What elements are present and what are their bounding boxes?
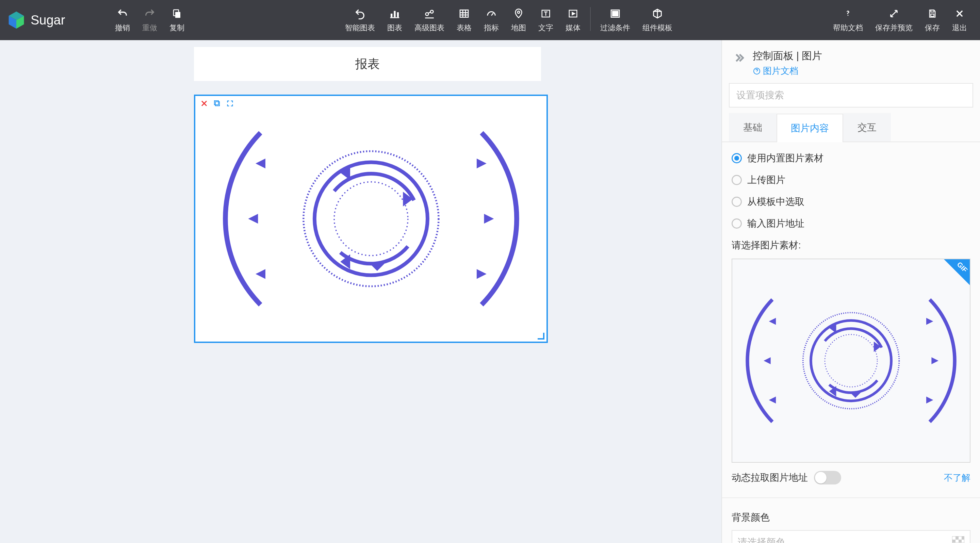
indicator-button[interactable]: 指标 — [478, 7, 505, 33]
radio-url[interactable]: 输入图片地址 — [732, 217, 970, 230]
svg-marker-40 — [926, 318, 933, 325]
text-button[interactable]: 文字 — [532, 7, 559, 33]
svg-rect-19 — [931, 10, 934, 12]
bg-color-input[interactable]: 请选择颜色 — [732, 530, 970, 543]
adv-chart-icon — [423, 7, 436, 20]
text-icon — [539, 7, 552, 20]
undo-icon — [116, 7, 129, 20]
selected-image-component[interactable] — [194, 95, 548, 343]
collapse-panel-button[interactable] — [732, 50, 746, 65]
gif-badge: GIF — [944, 259, 970, 285]
component-template-button[interactable]: 组件模板 — [636, 7, 679, 33]
filter-button[interactable]: 过滤条件 — [594, 7, 636, 33]
svg-marker-28 — [476, 269, 486, 279]
radio-builtin[interactable]: 使用内置图片素材 — [732, 152, 970, 165]
preview-image — [742, 267, 960, 454]
top-toolbar: Sugar 撤销 重做 复制 智能图表 图表 高级图表 — [0, 0, 980, 40]
tab-interact[interactable]: 交互 — [843, 113, 891, 141]
bar-chart-icon — [388, 7, 401, 20]
panel-tabs: 基础 图片内容 交互 — [722, 113, 980, 142]
redo-button[interactable]: 重做 — [136, 7, 163, 33]
panel-divider — [722, 497, 980, 498]
svg-rect-21 — [215, 102, 220, 106]
svg-marker-27 — [484, 214, 494, 224]
svg-point-43 — [803, 313, 899, 409]
save-preview-button[interactable]: 保存并预览 — [869, 7, 919, 33]
dynamic-url-switch[interactable] — [814, 471, 841, 484]
svg-point-9 — [426, 13, 429, 15]
filter-icon — [609, 7, 622, 20]
expand-icon — [888, 7, 900, 20]
gauge-icon — [485, 7, 498, 20]
svg-rect-7 — [397, 12, 399, 17]
radio-icon — [732, 153, 742, 163]
svg-marker-26 — [476, 159, 486, 168]
svg-rect-11 — [460, 10, 468, 17]
color-swatch-icon — [952, 536, 964, 543]
toolbar-divider — [590, 7, 591, 31]
radio-template[interactable]: 从模板中选取 — [732, 195, 970, 208]
dynamic-url-row: 动态拉取图片地址 不了解 — [732, 471, 970, 484]
svg-point-45 — [825, 335, 877, 387]
panel-title: 控制面板 | 图片 — [753, 49, 822, 63]
delete-icon[interactable] — [199, 98, 209, 108]
svg-rect-8 — [390, 17, 399, 18]
selection-toolbar — [199, 98, 235, 108]
material-preview[interactable]: GIF — [732, 259, 970, 463]
radio-icon — [732, 197, 742, 207]
smart-chart-icon — [353, 7, 366, 20]
svg-rect-18 — [612, 14, 618, 16]
svg-rect-6 — [394, 11, 395, 17]
settings-search-input[interactable] — [729, 83, 973, 108]
svg-point-44 — [811, 321, 891, 401]
svg-marker-35 — [369, 264, 384, 271]
svg-marker-41 — [931, 357, 939, 364]
svg-rect-17 — [616, 11, 618, 13]
control-panel: 控制面板 | 图片 图片文档 基础 图片内容 交互 使用内置图片素材 上传图片 — [721, 40, 980, 543]
history-group: 撤销 重做 复制 — [109, 7, 191, 33]
radio-icon — [732, 175, 742, 185]
radio-icon — [732, 218, 742, 229]
smart-chart-button[interactable]: 智能图表 — [339, 7, 381, 33]
media-button[interactable]: 媒体 — [559, 7, 587, 33]
dynamic-url-label: 动态拉取图片地址 — [732, 471, 808, 484]
unknown-link[interactable]: 不了解 — [944, 472, 970, 484]
resize-handle[interactable] — [538, 333, 544, 340]
radio-upload[interactable]: 上传图片 — [732, 173, 970, 186]
main-area: 报表 — [0, 40, 980, 543]
report-title[interactable]: 报表 — [194, 47, 541, 81]
fullscreen-icon[interactable] — [225, 98, 235, 108]
chart-button[interactable]: 图表 — [381, 7, 408, 33]
svg-rect-20 — [931, 14, 934, 16]
undo-button[interactable]: 撤销 — [109, 7, 136, 33]
panel-doc-link[interactable]: 图片文档 — [753, 65, 822, 77]
svg-marker-25 — [256, 269, 266, 279]
help-circle-icon — [753, 67, 761, 75]
help-button[interactable]: 帮助文档 — [827, 7, 869, 33]
svg-marker-23 — [256, 159, 266, 168]
table-icon — [458, 7, 471, 20]
save-button[interactable]: 保存 — [919, 7, 946, 33]
map-button[interactable]: 地图 — [505, 7, 532, 33]
svg-marker-37 — [769, 318, 776, 325]
svg-point-10 — [430, 10, 434, 13]
svg-point-12 — [517, 11, 520, 14]
canvas[interactable]: 报表 — [0, 40, 721, 543]
copy-button[interactable]: 复制 — [163, 7, 191, 33]
svg-point-29 — [303, 151, 438, 286]
panel-header: 控制面板 | 图片 图片文档 — [722, 40, 980, 83]
tab-content[interactable]: 图片内容 — [776, 114, 843, 142]
duplicate-icon[interactable] — [212, 98, 222, 108]
tab-basic[interactable]: 基础 — [729, 113, 776, 141]
exit-button[interactable]: 退出 — [946, 7, 973, 33]
table-button[interactable]: 表格 — [450, 7, 478, 33]
logo-area: Sugar — [7, 11, 109, 30]
adv-chart-button[interactable]: 高级图表 — [408, 7, 450, 33]
help-icon — [842, 7, 854, 20]
insert-group: 智能图表 图表 高级图表 表格 指标 地图 文字 媒体 — [339, 7, 679, 33]
close-icon — [953, 7, 966, 20]
save-icon — [926, 7, 939, 20]
copy-icon — [170, 7, 183, 20]
svg-marker-49 — [850, 393, 861, 398]
svg-marker-39 — [769, 396, 776, 403]
